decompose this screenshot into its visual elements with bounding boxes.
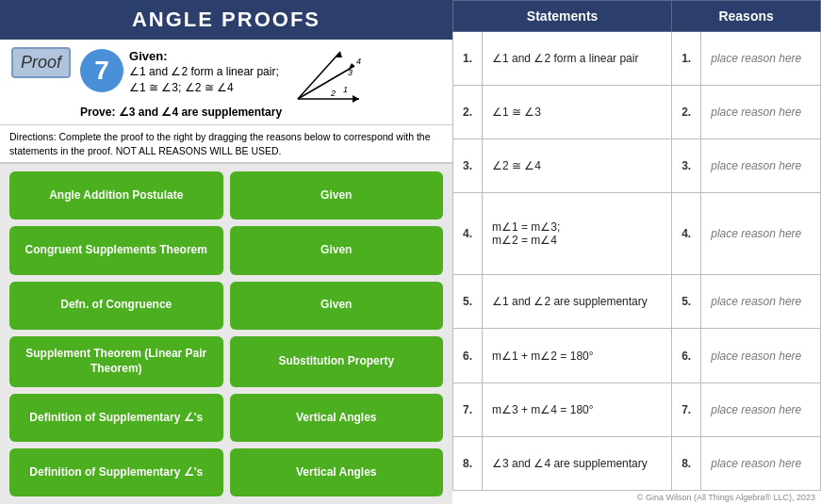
reason-text[interactable]: place reason here — [701, 139, 821, 193]
given-line-1: ∠1 and ∠2 form a linear pair; — [129, 64, 279, 80]
reason-text[interactable]: place reason here — [701, 193, 821, 275]
table-row: 1.∠1 and ∠2 form a linear pair1.place re… — [453, 32, 821, 86]
number-badge: 7 — [80, 49, 123, 92]
reason-text[interactable]: place reason here — [701, 436, 821, 490]
reason-congruent-supplements[interactable]: Congruent Supplements Theorem — [9, 226, 223, 274]
copyright: © Gina Wilson (All Things Algebra® LLC),… — [452, 491, 821, 504]
directions-text: Directions: Complete the proof to the ri… — [9, 131, 431, 156]
reason-given-1[interactable]: Given — [230, 171, 444, 219]
table-row: 7.m∠3 + m∠4 = 180°7.place reason here — [453, 382, 821, 436]
table-row: 8.∠3 and ∠4 are supplementary8.place rea… — [453, 436, 821, 490]
angle-diagram: 1 2 3 4 — [288, 47, 364, 104]
given-text: Given: ∠1 and ∠2 form a linear pair; ∠1 … — [129, 47, 279, 96]
reason-given-2[interactable]: Given — [230, 226, 444, 274]
reason-defn-supplementary-1[interactable]: Definition of Supplementary ∠'s — [9, 394, 223, 442]
table-row: 3.∠2 ≅ ∠43.place reason here — [453, 139, 821, 193]
given-line-2: ∠1 ≅ ∠3; ∠2 ≅ ∠4 — [129, 80, 279, 96]
statement-number: 3. — [453, 139, 483, 193]
reason-vertical-2[interactable]: Vertical Angles — [230, 448, 444, 496]
reason-number: 5. — [672, 275, 701, 329]
reasons-grid: Angle Addition Postulate Given Congruent… — [0, 164, 452, 504]
main-container: ANGLE PROOFS Proof 7 Given: ∠1 and ∠2 fo… — [0, 0, 821, 504]
proof-table: Statements Reasons 1.∠1 and ∠2 form a li… — [452, 0, 821, 491]
statements-header: Statements — [453, 1, 672, 32]
proof-label: Proof — [11, 47, 71, 78]
right-panel: Statements Reasons 1.∠1 and ∠2 form a li… — [452, 0, 821, 504]
statement-number: 2. — [453, 86, 483, 139]
reason-number: 4. — [672, 193, 701, 275]
reason-angle-addition[interactable]: Angle Addition Postulate — [9, 171, 223, 219]
given-title: Given: — [129, 49, 167, 63]
given-section: Proof 7 Given: ∠1 and ∠2 form a linear p… — [0, 40, 452, 125]
statement-number: 6. — [453, 329, 483, 382]
given-right: 7 Given: ∠1 and ∠2 form a linear pair; ∠… — [80, 47, 364, 119]
prove-line: Prove: ∠3 and ∠4 are supplementary — [80, 106, 364, 119]
reason-text[interactable]: place reason here — [701, 86, 821, 139]
svg-text:1: 1 — [343, 85, 348, 94]
table-row: 6.m∠1 + m∠2 = 180°6.place reason here — [453, 329, 821, 382]
reason-defn-congruence[interactable]: Defn. of Congruence — [9, 282, 223, 330]
statement-text: m∠1 = m∠3; m∠2 = m∠4 — [483, 193, 672, 275]
svg-text:2: 2 — [330, 89, 336, 98]
reason-given-3[interactable]: Given — [230, 282, 444, 330]
statement-text: ∠1 and ∠2 form a linear pair — [483, 32, 672, 86]
statement-number: 7. — [453, 382, 483, 436]
statement-text: ∠2 ≅ ∠4 — [483, 139, 672, 193]
reason-text[interactable]: place reason here — [701, 329, 821, 382]
statement-number: 8. — [453, 436, 483, 490]
left-panel: ANGLE PROOFS Proof 7 Given: ∠1 and ∠2 fo… — [0, 0, 452, 504]
reason-vertical-1[interactable]: Vertical Angles — [230, 394, 444, 442]
svg-text:4: 4 — [356, 57, 361, 66]
table-row: 2.∠1 ≅ ∠32.place reason here — [453, 86, 821, 139]
reason-number: 1. — [672, 32, 701, 86]
diagram-area: 7 Given: ∠1 and ∠2 form a linear pair; ∠… — [80, 47, 364, 104]
svg-text:3: 3 — [348, 68, 353, 77]
statement-text: ∠1 ≅ ∠3 — [483, 86, 672, 139]
title-bar: ANGLE PROOFS — [0, 0, 452, 40]
reason-number: 3. — [672, 139, 701, 193]
reason-substitution[interactable]: Substitution Property — [230, 336, 444, 387]
statement-number: 4. — [453, 193, 483, 275]
page-title: ANGLE PROOFS — [132, 8, 320, 31]
statement-number: 5. — [453, 275, 483, 329]
table-row: 4.m∠1 = m∠3; m∠2 = m∠44.place reason her… — [453, 193, 821, 275]
reason-number: 6. — [672, 329, 701, 382]
reason-text[interactable]: place reason here — [701, 32, 821, 86]
statement-text: ∠3 and ∠4 are supplementary — [483, 436, 672, 490]
reason-defn-supplementary-2[interactable]: Definition of Supplementary ∠'s — [9, 448, 223, 496]
svg-marker-3 — [353, 95, 359, 103]
statement-text: m∠1 + m∠2 = 180° — [483, 329, 672, 382]
directions-box: Directions: Complete the proof to the ri… — [0, 125, 452, 164]
statement-text: ∠1 and ∠2 are supplementary — [483, 275, 672, 329]
reason-supplement-theorem[interactable]: Supplement Theorem (Linear Pair Theorem) — [9, 336, 223, 387]
reason-number: 7. — [672, 382, 701, 436]
table-row: 5.∠1 and ∠2 are supplementary5.place rea… — [453, 275, 821, 329]
reason-text[interactable]: place reason here — [701, 275, 821, 329]
statement-text: m∠3 + m∠4 = 180° — [483, 382, 672, 436]
reason-number: 2. — [672, 86, 701, 139]
statement-number: 1. — [453, 32, 483, 86]
reason-number: 8. — [672, 436, 701, 490]
reason-text[interactable]: place reason here — [701, 382, 821, 436]
reasons-header: Reasons — [672, 1, 821, 32]
